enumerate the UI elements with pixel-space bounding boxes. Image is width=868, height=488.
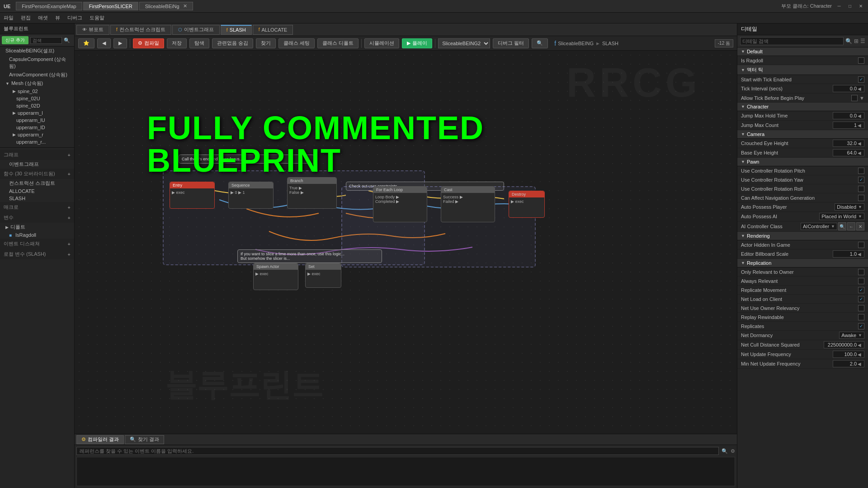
tab-close-icon[interactable]: ✕ bbox=[183, 3, 187, 9]
jump-hold-input[interactable]: 0.0 ◀ bbox=[833, 112, 864, 119]
component-capsule[interactable]: CapsuleComponent (상속됨) bbox=[0, 55, 74, 70]
add-graph-btn[interactable]: + bbox=[68, 152, 71, 158]
component-upperarm-l[interactable]: ▶ upperarm_l bbox=[0, 109, 74, 117]
bottom-search-input[interactable] bbox=[76, 447, 719, 455]
billboard-scale-input[interactable]: 1.0 ◀ bbox=[833, 250, 864, 258]
menu-file[interactable]: 파일 bbox=[4, 14, 14, 21]
nav-back-btn[interactable]: ⭐ bbox=[78, 38, 94, 48]
component-spine02d[interactable]: spine_02D bbox=[0, 102, 74, 109]
replay-rewindable-checkbox[interactable] bbox=[858, 314, 864, 320]
nav-next-btn[interactable]: ▶ bbox=[113, 38, 127, 48]
bp-node-7[interactable]: Spawn Actor ▶ exec bbox=[253, 263, 298, 290]
net-update-arrow[interactable]: ◀ bbox=[857, 352, 862, 357]
actor-self-item[interactable]: SliceableBEING(셀프) bbox=[0, 47, 74, 55]
is-ragdoll-checkbox[interactable] bbox=[858, 57, 864, 64]
component-mesh[interactable]: ▼ Mesh (상속됨) bbox=[0, 79, 74, 88]
bp-tab-eventgraph[interactable]: ⬡ 이벤트그래프 bbox=[172, 25, 220, 35]
bottom-tab-find[interactable]: 🔍 찾기 결과 bbox=[125, 435, 164, 444]
nav-prev-btn[interactable]: ◀ bbox=[97, 38, 111, 48]
save-btn[interactable]: 저장 bbox=[167, 38, 187, 48]
class-settings-btn[interactable]: 클래스 세팅 bbox=[278, 38, 315, 48]
compile-btn[interactable]: ⚙ 컴파일 bbox=[133, 38, 164, 48]
section-rendering[interactable]: ▼ Rendering bbox=[737, 232, 868, 240]
component-upperarm-ld[interactable]: upperarm_lD bbox=[0, 124, 74, 131]
construction-item[interactable]: 컨스트럭션 스크립트 bbox=[0, 179, 74, 188]
breadcrumb-func[interactable]: SLASH bbox=[602, 41, 618, 46]
menu-debug[interactable]: 디버그 bbox=[67, 14, 82, 21]
net-update-freq-input[interactable]: 100.0 ◀ bbox=[833, 351, 864, 358]
always-relevant-checkbox[interactable] bbox=[858, 278, 864, 284]
add-dispatch-btn[interactable]: + bbox=[68, 241, 71, 247]
replicates-checkbox[interactable] bbox=[858, 323, 864, 329]
details-search-icon[interactable]: 🔍 bbox=[845, 38, 852, 44]
tab-firstpersonslicer[interactable]: FirstPersonSLICER bbox=[83, 2, 138, 10]
base-eye-input[interactable]: 64.0 ◀ bbox=[833, 149, 864, 156]
component-search-input[interactable] bbox=[30, 37, 62, 44]
add-macro-btn[interactable]: + bbox=[68, 205, 71, 210]
blueprint-canvas[interactable]: RRCG 블루프린트 人头发材 RRCG FULLY COMMENTED BLU… bbox=[75, 51, 737, 434]
related-btn[interactable]: 관련없음 숭김 bbox=[212, 38, 253, 48]
slash-item[interactable]: SLASH bbox=[0, 195, 74, 202]
bp-node-4[interactable]: For Each Loop Loop Body ▶Completed ▶ bbox=[373, 186, 427, 222]
ai-clear-btn[interactable]: ✕ bbox=[856, 222, 864, 230]
menu-asset[interactable]: 애셋 bbox=[38, 14, 48, 21]
net-use-owner-checkbox[interactable] bbox=[858, 305, 864, 311]
jump-count-arrow[interactable]: ◀ bbox=[857, 123, 862, 128]
crouch-eye-input[interactable]: 32.0 ◀ bbox=[833, 140, 864, 147]
affect-nav-checkbox[interactable] bbox=[858, 195, 864, 201]
bp-node-3[interactable]: Branch True ▶False ▶ bbox=[287, 177, 337, 209]
ai-browse-btn[interactable]: 🔍 bbox=[838, 222, 846, 230]
component-upperarm-r2[interactable]: upperarm_r... bbox=[0, 138, 74, 145]
close-btn[interactable]: ✕ bbox=[857, 3, 864, 10]
bp-node-1[interactable]: Entry ▶ exec bbox=[170, 182, 215, 209]
bp-tab-allocate[interactable]: f ALLOCATE bbox=[253, 25, 293, 35]
isragdoll-item[interactable]: ■ IsRagdoll bbox=[0, 231, 74, 239]
add-component-btn[interactable]: 신규 추가 bbox=[2, 36, 28, 44]
component-spine02[interactable]: ▶ spine_02 bbox=[0, 88, 74, 95]
allow-tick-checkbox[interactable] bbox=[851, 95, 858, 101]
billboard-arrow[interactable]: ◀ bbox=[857, 252, 862, 257]
add-localvar-btn[interactable]: + bbox=[68, 252, 71, 257]
ctrl-roll-checkbox[interactable] bbox=[858, 186, 864, 192]
section-default[interactable]: ▼ Default bbox=[737, 47, 868, 56]
jump-count-input[interactable]: 1 ◀ bbox=[833, 122, 864, 129]
search-btn[interactable]: 탐색 bbox=[189, 38, 209, 48]
debug-search-btn[interactable]: 🔍 bbox=[532, 38, 548, 48]
class-defaults-btn[interactable]: 클래스 디폴트 bbox=[317, 38, 359, 48]
hidden-in-game-checkbox[interactable] bbox=[858, 242, 864, 248]
crouch-eye-arrow[interactable]: ◀ bbox=[857, 141, 862, 146]
bp-node-8[interactable]: Set ▶ exec bbox=[305, 263, 341, 288]
breadcrumb-class[interactable]: SliceableBEING bbox=[558, 41, 594, 46]
section-actor-tick[interactable]: ▼ 액터 틱 bbox=[737, 65, 868, 75]
bottom-tab-compiler[interactable]: ⚙ 컴파일러 결과 bbox=[76, 435, 124, 444]
component-arrow[interactable]: ArrowComponent (상속됨) bbox=[0, 70, 74, 79]
play-btn[interactable]: ▶ 플레이 bbox=[402, 38, 432, 48]
auto-possess-ai-dropdown[interactable]: Placed in World ▼ bbox=[819, 213, 864, 220]
maximize-btn[interactable]: □ bbox=[846, 3, 854, 10]
ai-use-btn[interactable]: ← bbox=[847, 222, 855, 230]
section-replication[interactable]: ▼ Replication bbox=[737, 259, 868, 267]
menu-edit[interactable]: 편집 bbox=[21, 14, 31, 21]
tick-interval-arrow[interactable]: ◀ bbox=[857, 86, 862, 91]
simulation-btn[interactable]: 시뮬레이션 bbox=[364, 38, 399, 48]
start-tick-checkbox[interactable] bbox=[858, 76, 864, 83]
allow-tick-expand[interactable]: ▼ bbox=[859, 95, 864, 101]
details-grid-icon[interactable]: ⊞ bbox=[854, 38, 859, 44]
bp-node-5[interactable]: Cast Success ▶Failed ▶ bbox=[441, 186, 495, 222]
net-cull-arrow[interactable]: ◀ bbox=[857, 343, 862, 347]
only-relevant-checkbox[interactable] bbox=[858, 269, 864, 275]
details-list-icon[interactable]: ☰ bbox=[860, 38, 865, 44]
bottom-settings-icon[interactable]: ⚙ bbox=[731, 448, 735, 454]
debug-filter-btn[interactable]: 디버그 필터 bbox=[493, 38, 529, 48]
tick-interval-input[interactable]: 0.0 ◀ bbox=[833, 85, 864, 92]
allocate-item[interactable]: ALLOCATE bbox=[0, 188, 74, 195]
section-pawn[interactable]: ▼ Pawn bbox=[737, 158, 868, 166]
base-eye-arrow[interactable]: ◀ bbox=[857, 150, 862, 155]
tab-firstpersonmap[interactable]: FirstPersonExampleMap bbox=[16, 2, 82, 10]
min-net-update-input[interactable]: 2.0 ◀ bbox=[833, 360, 864, 367]
ctrl-pitch-checkbox[interactable] bbox=[858, 168, 864, 174]
bp-tab-construction[interactable]: f 컨스트럭션 스크립트 bbox=[110, 25, 171, 35]
disp-item[interactable]: ▶ 디폴트 bbox=[0, 223, 74, 231]
add-var-btn[interactable]: + bbox=[68, 215, 71, 221]
section-character[interactable]: ▼ Character bbox=[737, 103, 868, 111]
